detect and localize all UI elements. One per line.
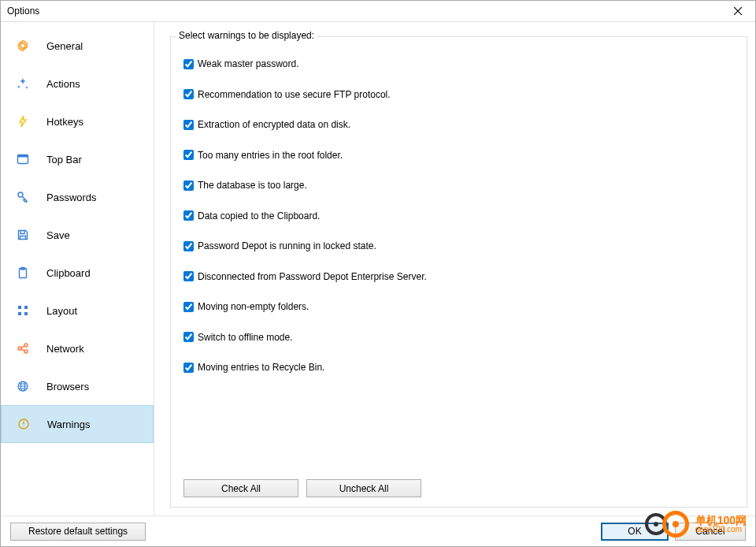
svg-point-11 bbox=[18, 347, 21, 350]
sidebar-item-top-bar[interactable]: Top Bar bbox=[1, 140, 154, 178]
window-title: Options bbox=[7, 6, 39, 17]
warning-option: Disconnected from Password Depot Enterpr… bbox=[183, 269, 734, 285]
sidebar-item-label: Passwords bbox=[46, 192, 97, 203]
share-icon bbox=[17, 342, 29, 355]
warning-checkbox[interactable] bbox=[183, 302, 194, 312]
warning-option: Moving non-empty folders. bbox=[183, 299, 734, 314]
sparkle-icon bbox=[17, 77, 29, 90]
sidebar-item-general[interactable]: General bbox=[1, 27, 154, 65]
dialog-body: General Actions Hotkeys Top Bar Password… bbox=[1, 22, 755, 515]
groupbox-title: Select warnings to be displayed: bbox=[176, 30, 317, 41]
footer-right: OK Cancel bbox=[601, 523, 746, 541]
sidebar-item-label: Clipboard bbox=[46, 267, 91, 279]
svg-point-13 bbox=[24, 350, 28, 353]
sidebar-item-label: Warnings bbox=[47, 419, 90, 430]
warning-option: Extraction of encrypted data on disk. bbox=[183, 117, 734, 132]
close-icon bbox=[734, 7, 742, 15]
sidebar-item-label: Layout bbox=[46, 305, 77, 317]
warning-option: The database is too large. bbox=[183, 177, 734, 193]
groupbox-buttons: Check All Uncheck All bbox=[183, 479, 421, 497]
sidebar-item-network[interactable]: Network bbox=[1, 329, 154, 367]
warning-label: Data copied to the Clipboard. bbox=[198, 210, 320, 221]
warning-checkbox[interactable] bbox=[183, 210, 194, 221]
globe-icon bbox=[17, 380, 29, 393]
warning-label: Switch to offline mode. bbox=[198, 332, 293, 343]
warning-label: Disconnected from Password Depot Enterpr… bbox=[198, 271, 427, 282]
key-icon bbox=[17, 191, 29, 203]
warning-label: Extraction of encrypted data on disk. bbox=[198, 119, 350, 130]
svg-rect-8 bbox=[24, 306, 28, 309]
warning-checkbox[interactable] bbox=[183, 241, 194, 251]
options-dialog: Options General Actions Hotkeys Top Bar bbox=[0, 0, 756, 547]
sidebar-item-label: Actions bbox=[46, 78, 80, 90]
sidebar-item-actions[interactable]: Actions bbox=[1, 65, 154, 102]
warning-option: Weak master password. bbox=[183, 56, 734, 72]
warning-option: Recommendation to use secure FTP protoco… bbox=[183, 87, 734, 102]
warning-label: Recommendation to use secure FTP protoco… bbox=[198, 89, 391, 100]
grid-icon bbox=[17, 304, 29, 317]
ok-button[interactable]: OK bbox=[601, 523, 669, 541]
svg-rect-9 bbox=[18, 312, 21, 315]
warning-option: Password Depot is running in locked stat… bbox=[183, 238, 734, 254]
sidebar-item-browsers[interactable]: Browsers bbox=[1, 367, 154, 405]
dialog-footer: Restore default settings OK Cancel bbox=[1, 515, 755, 546]
content-pane: Select warnings to be displayed: Weak ma… bbox=[154, 22, 755, 515]
sidebar: General Actions Hotkeys Top Bar Password… bbox=[1, 22, 154, 515]
warning-label: Weak master password. bbox=[198, 58, 299, 69]
warning-icon bbox=[17, 418, 30, 430]
uncheck-all-button[interactable]: Uncheck All bbox=[306, 479, 421, 497]
svg-rect-10 bbox=[24, 312, 28, 315]
warning-checkbox[interactable] bbox=[183, 363, 194, 373]
warning-label: Moving entries to Recycle Bin. bbox=[198, 362, 324, 373]
warning-option: Moving entries to Recycle Bin. bbox=[183, 359, 734, 375]
sidebar-item-label: Browsers bbox=[46, 381, 89, 393]
warning-label: Moving non-empty folders. bbox=[198, 301, 309, 312]
bolt-icon bbox=[17, 115, 29, 128]
restore-defaults-button[interactable]: Restore default settings bbox=[10, 523, 146, 541]
sidebar-item-hotkeys[interactable]: Hotkeys bbox=[1, 102, 154, 140]
warning-checkbox[interactable] bbox=[183, 332, 194, 342]
sidebar-item-layout[interactable]: Layout bbox=[1, 292, 154, 329]
warning-label: Too many entries in the root folder. bbox=[198, 150, 343, 161]
save-icon bbox=[17, 229, 29, 241]
topbar-icon bbox=[17, 153, 29, 166]
sidebar-item-label: Network bbox=[46, 343, 84, 355]
warning-checkbox[interactable] bbox=[183, 89, 194, 99]
sidebar-item-passwords[interactable]: Passwords bbox=[1, 178, 154, 216]
svg-rect-3 bbox=[18, 155, 28, 158]
warning-checkbox[interactable] bbox=[183, 150, 194, 160]
close-button[interactable] bbox=[722, 1, 754, 21]
warning-checkbox[interactable] bbox=[183, 59, 194, 69]
warning-checkbox[interactable] bbox=[183, 271, 194, 281]
warning-label: The database is too large. bbox=[198, 180, 307, 191]
sidebar-item-save[interactable]: Save bbox=[1, 216, 154, 254]
check-all-button[interactable]: Check All bbox=[183, 479, 298, 497]
cancel-button[interactable]: Cancel bbox=[675, 523, 746, 541]
warning-checkbox[interactable] bbox=[183, 180, 194, 191]
sidebar-item-warnings[interactable]: Warnings bbox=[1, 405, 154, 443]
sidebar-item-label: Hotkeys bbox=[46, 116, 83, 128]
warning-option: Too many entries in the root folder. bbox=[183, 147, 734, 163]
warning-label: Password Depot is running in locked stat… bbox=[198, 240, 376, 251]
titlebar: Options bbox=[1, 1, 755, 22]
svg-point-12 bbox=[24, 344, 28, 347]
sidebar-item-label: General bbox=[46, 40, 83, 52]
gear-icon bbox=[17, 39, 29, 52]
warning-option: Data copied to the Clipboard. bbox=[183, 208, 734, 224]
sidebar-item-label: Save bbox=[46, 229, 70, 241]
sidebar-item-clipboard[interactable]: Clipboard bbox=[1, 254, 154, 292]
warning-checkbox[interactable] bbox=[183, 120, 194, 130]
warning-option: Switch to offline mode. bbox=[183, 329, 734, 345]
warnings-list: Weak master password. Recommendation to … bbox=[183, 56, 734, 375]
svg-rect-7 bbox=[18, 306, 21, 309]
warnings-groupbox: Select warnings to be displayed: Weak ma… bbox=[170, 36, 747, 508]
sidebar-item-label: Top Bar bbox=[46, 154, 82, 166]
clipboard-icon bbox=[17, 266, 29, 279]
